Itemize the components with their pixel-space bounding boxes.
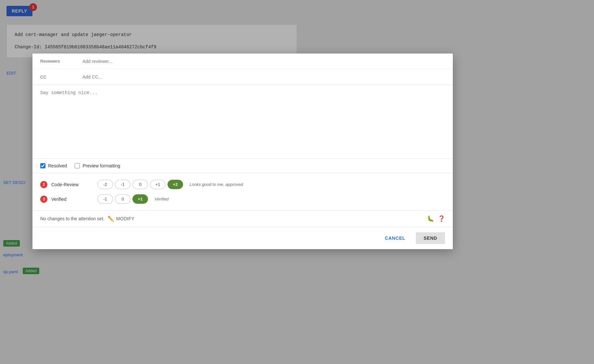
- code-review-description: Looks good to me, approved: [190, 182, 243, 187]
- code-review-plus2[interactable]: +2: [167, 180, 183, 189]
- modify-label: MODIFY: [116, 216, 134, 221]
- verified-zero[interactable]: 0: [115, 194, 130, 204]
- reviewers-row: Reviewers: [32, 54, 453, 69]
- code-review-row: 2 Code-Review -2 -1 0 +1 +2 Looks good t…: [40, 177, 445, 192]
- preview-formatting-checkbox[interactable]: [75, 163, 80, 168]
- code-review-minus1[interactable]: -1: [115, 180, 130, 189]
- code-review-plus1[interactable]: +1: [150, 180, 166, 189]
- reviewers-label: Reviewers: [40, 59, 82, 64]
- verified-description: Verified: [155, 197, 169, 201]
- cancel-button[interactable]: CANCEL: [378, 232, 412, 244]
- resolved-label: Resolved: [48, 163, 67, 168]
- reply-dialog: Reviewers CC Resolved Preview formatting…: [32, 54, 453, 249]
- code-review-badge: 2: [40, 181, 47, 188]
- votes-section: 2 Code-Review -2 -1 0 +1 +2 Looks good t…: [32, 173, 453, 211]
- code-review-label: Code-Review: [51, 182, 93, 187]
- cc-label: CC: [40, 75, 82, 79]
- verified-row: 3 Verified -1 0 +1 Verified: [40, 192, 445, 206]
- help-icon-button[interactable]: ❓: [438, 215, 445, 222]
- bug-icon-button[interactable]: 🐛: [427, 215, 434, 222]
- attention-text: No changes to the attention set.: [40, 216, 105, 221]
- verified-label: Verified: [51, 197, 93, 202]
- code-review-buttons: -2 -1 0 +1 +2: [97, 180, 183, 189]
- verified-badge: 3: [40, 196, 47, 203]
- resolved-checkbox-label[interactable]: Resolved: [40, 163, 67, 168]
- code-review-zero[interactable]: 0: [132, 180, 148, 189]
- cc-row: CC: [32, 69, 453, 85]
- attention-section: No changes to the attention set. ✏️ MODI…: [32, 211, 453, 227]
- checkboxes-section: Resolved Preview formatting: [32, 159, 453, 173]
- preview-formatting-label[interactable]: Preview formatting: [75, 163, 120, 168]
- action-buttons: CANCEL SEND: [32, 227, 453, 249]
- attention-icons: 🐛 ❓: [427, 215, 445, 222]
- preview-formatting-text: Preview formatting: [82, 163, 120, 168]
- message-textarea[interactable]: [40, 90, 445, 152]
- verified-buttons: -1 0 +1: [97, 194, 148, 204]
- message-area: [32, 85, 453, 159]
- verified-minus1[interactable]: -1: [97, 194, 113, 204]
- pencil-icon: ✏️: [108, 216, 114, 222]
- code-review-minus2[interactable]: -2: [97, 180, 113, 189]
- cc-input[interactable]: [82, 74, 445, 79]
- verified-plus1[interactable]: +1: [132, 194, 148, 204]
- send-button[interactable]: SEND: [416, 232, 445, 244]
- reviewers-input[interactable]: [82, 59, 445, 64]
- reviewers-section: Reviewers CC: [32, 54, 453, 85]
- resolved-checkbox[interactable]: [40, 163, 45, 168]
- modify-button[interactable]: ✏️ MODIFY: [108, 216, 135, 222]
